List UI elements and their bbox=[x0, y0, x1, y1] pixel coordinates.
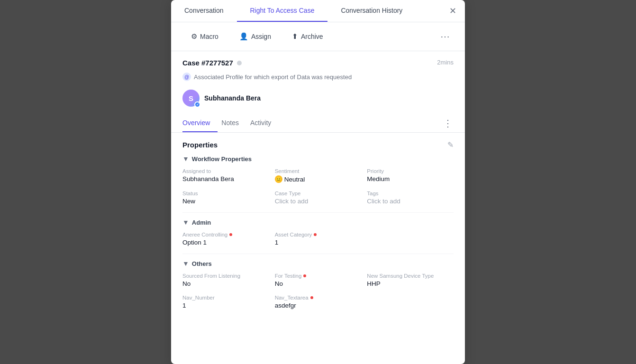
sourced-value: No bbox=[182, 280, 269, 287]
inner-tab-bar: Overview Notes Activity ⋮ bbox=[171, 114, 465, 133]
required-dot-2 bbox=[314, 233, 317, 236]
sentiment-neutral-icon: 😐 bbox=[275, 175, 282, 183]
chevron-down-icon-2: ▼ bbox=[182, 218, 189, 226]
tab-notes[interactable]: Notes bbox=[221, 114, 246, 132]
nav-textarea-field: Nav_Textarea asdefgr bbox=[275, 295, 362, 309]
priority-label: Priority bbox=[367, 168, 454, 174]
aneree-value: Option 1 bbox=[182, 239, 269, 246]
case-subtext-row: @ Associated Profile for which export of… bbox=[171, 71, 465, 86]
sourced-field: Sourced From Listening No bbox=[182, 273, 269, 287]
inner-tab-more-icon[interactable]: ⋮ bbox=[442, 115, 454, 132]
testing-label: For Testing bbox=[275, 273, 362, 279]
tab-right-access[interactable]: Right To Access Case bbox=[237, 0, 328, 22]
case-id: Case #7277527 bbox=[182, 59, 233, 67]
archive-button[interactable]: ⬆ Archive bbox=[283, 28, 332, 45]
assign-button[interactable]: 👤 Assign bbox=[231, 28, 280, 45]
assign-icon: 👤 bbox=[239, 32, 248, 41]
status-field: Status New bbox=[182, 191, 269, 205]
required-dot bbox=[229, 233, 232, 236]
tab-activity[interactable]: Activity bbox=[250, 114, 279, 132]
toolbar: ⚙ Macro 👤 Assign ⬆ Archive ⋯ bbox=[171, 22, 465, 51]
workflow-label: Workflow Properties bbox=[192, 155, 252, 163]
asset-field: Asset Category 1 bbox=[275, 232, 362, 246]
status-label: Status bbox=[182, 191, 269, 196]
divider-2 bbox=[182, 254, 454, 254]
case-type-field: Case Type Click to add bbox=[275, 191, 362, 205]
sentiment-label: Sentiment bbox=[275, 168, 362, 174]
others-header[interactable]: ▼ Others bbox=[182, 260, 454, 267]
workflow-header[interactable]: ▼ Workflow Properties bbox=[182, 155, 454, 163]
required-dot-3 bbox=[303, 274, 306, 277]
chevron-down-icon: ▼ bbox=[182, 155, 189, 163]
avatar-badge-icon: ✓ bbox=[194, 101, 200, 108]
sourced-label: Sourced From Listening bbox=[182, 273, 269, 279]
profile-icon: @ bbox=[182, 73, 191, 81]
others-section: ▼ Others Sourced From Listening No For T… bbox=[182, 260, 454, 309]
sentiment-field: Sentiment 😐 Neutral bbox=[275, 168, 362, 183]
workflow-section: ▼ Workflow Properties Assigned to Subhan… bbox=[182, 155, 454, 205]
admin-label: Admin bbox=[192, 219, 211, 226]
priority-field: Priority Medium bbox=[367, 168, 454, 183]
tab-history[interactable]: Conversation History bbox=[327, 0, 416, 22]
case-type-value[interactable]: Click to add bbox=[275, 198, 362, 205]
assigned-to-value: Subhananda Bera bbox=[182, 175, 269, 182]
workflow-grid: Assigned to Subhananda Bera Sentiment 😐 … bbox=[182, 168, 454, 205]
avatar: S ✓ bbox=[182, 90, 200, 107]
close-icon[interactable]: ✕ bbox=[441, 0, 465, 22]
nav-textarea-label: Nav_Textarea bbox=[275, 295, 362, 300]
case-header: Case #7277527 2mins bbox=[171, 51, 465, 71]
sentiment-value: 😐 Neutral bbox=[275, 175, 362, 183]
tags-field: Tags Click to add bbox=[367, 191, 454, 205]
others-grid: Sourced From Listening No For Testing No… bbox=[182, 273, 454, 309]
case-type-label: Case Type bbox=[275, 191, 362, 196]
profile-row: S ✓ Subhananda Bera bbox=[171, 86, 465, 114]
properties-title: Properties bbox=[182, 141, 218, 149]
asset-label: Asset Category bbox=[275, 232, 362, 237]
main-panel: Conversation Right To Access Case Conver… bbox=[171, 0, 465, 364]
more-options-icon[interactable]: ⋯ bbox=[436, 28, 454, 45]
tags-value[interactable]: Click to add bbox=[367, 198, 454, 205]
admin-header[interactable]: ▼ Admin bbox=[182, 218, 454, 226]
priority-value: Medium bbox=[367, 175, 454, 182]
assigned-to-field: Assigned to Subhananda Bera bbox=[182, 168, 269, 183]
archive-icon: ⬆ bbox=[292, 32, 298, 41]
testing-field: For Testing No bbox=[275, 273, 362, 287]
nav-number-label: Nav_Number bbox=[182, 295, 269, 300]
divider-1 bbox=[182, 212, 454, 213]
admin-section: ▼ Admin Aneree Controlling Option 1 Asse… bbox=[182, 218, 454, 246]
samsung-field: New Samsung Device Type HHP bbox=[367, 273, 454, 287]
testing-value: No bbox=[275, 280, 362, 287]
required-dot-4 bbox=[310, 296, 313, 299]
edit-icon[interactable]: ✎ bbox=[447, 140, 454, 149]
tab-overview[interactable]: Overview bbox=[182, 114, 218, 132]
tab-bar: Conversation Right To Access Case Conver… bbox=[171, 0, 465, 22]
tab-conversation[interactable]: Conversation bbox=[171, 0, 237, 22]
tags-label: Tags bbox=[367, 191, 454, 196]
aneree-label: Aneree Controlling bbox=[182, 232, 269, 237]
content-area: Properties ✎ ▼ Workflow Properties Assig… bbox=[171, 133, 465, 364]
profile-name: Subhananda Bera bbox=[204, 94, 261, 102]
case-subtext-label: Associated Profile for which export of D… bbox=[194, 73, 352, 81]
case-time: 2mins bbox=[437, 59, 454, 66]
assigned-to-label: Assigned to bbox=[182, 168, 269, 174]
properties-header: Properties ✎ bbox=[182, 140, 454, 149]
status-dot bbox=[237, 61, 242, 65]
nav-number-value: 1 bbox=[182, 302, 269, 309]
status-value: New bbox=[182, 198, 269, 205]
aneree-field: Aneree Controlling Option 1 bbox=[182, 232, 269, 246]
admin-grid: Aneree Controlling Option 1 Asset Catego… bbox=[182, 232, 454, 246]
samsung-label: New Samsung Device Type bbox=[367, 273, 454, 279]
others-label: Others bbox=[192, 260, 212, 267]
macro-icon: ⚙ bbox=[191, 32, 197, 41]
nav-number-field: Nav_Number 1 bbox=[182, 295, 269, 309]
nav-textarea-value: asdefgr bbox=[275, 302, 362, 309]
chevron-down-icon-3: ▼ bbox=[182, 260, 189, 267]
asset-value: 1 bbox=[275, 239, 362, 246]
macro-button[interactable]: ⚙ Macro bbox=[182, 28, 227, 45]
samsung-value: HHP bbox=[367, 280, 454, 287]
